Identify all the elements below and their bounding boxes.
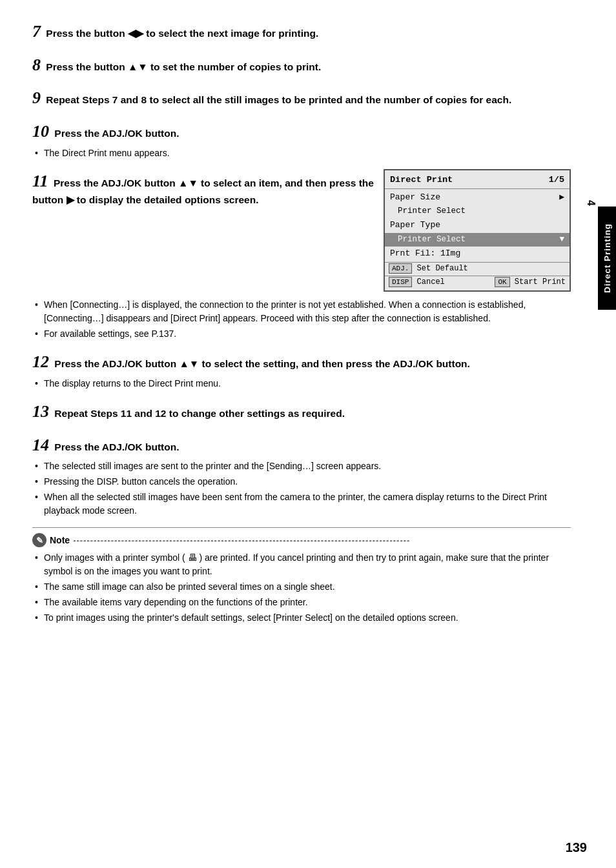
lcd-row-4-label: Printer Select	[398, 234, 466, 246]
step-14-text: Press the ADJ./OK button.	[54, 441, 179, 452]
step-13-header: 13 Repeat Steps 11 and 12 to change othe…	[32, 399, 571, 424]
step-9-header: 9 Repeat Steps 7 and 8 to select all the…	[32, 86, 571, 110]
step-14-bullets: The selected still images are sent to th…	[32, 459, 571, 518]
lcd-disp-btn: DISP	[389, 277, 412, 287]
lcd-cancel-area: DISP Cancel	[389, 278, 445, 287]
step-7-header: 7 Press the button ◀▶ to select the next…	[32, 19, 571, 44]
step-8: 8 Press the button ▲▼ to set the number …	[32, 53, 571, 77]
step-12-header: 12 Press the ADJ./OK button ▲▼ to select…	[32, 350, 571, 374]
page-number: 139	[566, 840, 587, 855]
note-bullets: Only images with a printer symbol ( 🖶 ) …	[32, 551, 571, 625]
lcd-adj-area: ADJ. Set Default	[389, 264, 468, 273]
step-12: 12 Press the ADJ./OK button ▲▼ to select…	[32, 350, 571, 390]
step-13: 13 Repeat Steps 11 and 12 to change othe…	[32, 399, 571, 424]
step-14-bullet-3: When all the selected still images have …	[44, 490, 571, 518]
lcd-title: Direct Print	[390, 174, 453, 187]
lcd-ok-label: Start Print	[515, 278, 566, 287]
lcd-row-5-label: Prnt Fil: 1Img	[390, 248, 460, 259]
lcd-row-3: Paper Type	[385, 218, 570, 232]
step-11-container: 11 Press the ADJ./OK button ▲▼ to select…	[32, 169, 571, 292]
lcd-screen-container: Direct Print 1/5 Paper Size ▶ Printer Se…	[384, 169, 571, 292]
lcd-bottom-bar: ADJ. Set Default	[385, 262, 570, 274]
step-11-bullet-2: For available settings, see P.137.	[44, 327, 571, 341]
step-12-num: 12	[32, 352, 49, 371]
lcd-cancel-label: Cancel	[417, 278, 445, 287]
lcd-page: 1/5	[549, 174, 564, 187]
lcd-row-3-label: Paper Type	[390, 219, 440, 231]
step-8-header: 8 Press the button ▲▼ to set the number …	[32, 53, 571, 77]
step-11-text-area: 11 Press the ADJ./OK button ▲▼ to select…	[32, 169, 374, 210]
sidebar-tab: Direct Printing	[598, 207, 616, 310]
step-7-text: Press the button ◀▶ to select the next i…	[46, 28, 318, 39]
note-label: Note	[50, 535, 70, 545]
step-7-num: 7	[32, 22, 41, 41]
note-icon: ✎	[32, 533, 46, 547]
note-dashes: ----------------------------------------…	[73, 536, 571, 545]
note-header: ✎ Note ---------------------------------…	[32, 533, 571, 547]
lcd-row-1: Paper Size ▶	[385, 190, 570, 205]
lcd-adj-btn: ADJ.	[389, 263, 412, 274]
step-10-bullets: The Direct Print menu appears.	[32, 146, 571, 160]
chapter-number: 4	[585, 200, 597, 206]
lcd-ok-area: OK Start Print	[495, 278, 566, 287]
step-11-header: 11 Press the ADJ./OK button ▲▼ to select…	[32, 169, 374, 208]
step-12-text: Press the ADJ./OK button ▲▼ to select th…	[54, 358, 470, 369]
lcd-ok-btn: OK	[495, 277, 509, 287]
step-14-bullet-1: The selected still images are sent to th…	[44, 459, 571, 473]
step-13-num: 13	[32, 402, 49, 421]
step-11-num: 11	[32, 172, 48, 190]
lcd-title-row: Direct Print 1/5	[385, 173, 570, 189]
lcd-row-2-label: Printer Select	[398, 206, 466, 217]
lcd-row-4-indicator: ▼	[559, 234, 564, 246]
lcd-row-4: Printer Select ▼	[385, 233, 570, 247]
step-14-header: 14 Press the ADJ./OK button.	[32, 433, 571, 458]
step-14: 14 Press the ADJ./OK button. The selecte…	[32, 433, 571, 518]
step-11: 11 Press the ADJ./OK button ▲▼ to select…	[32, 169, 571, 341]
note-bullet-3: The available items vary depending on th…	[44, 596, 571, 609]
note-bullet-4: To print images using the printer's defa…	[44, 611, 571, 625]
step-8-text: Press the button ▲▼ to set the number of…	[46, 61, 321, 72]
lcd-row-1-arrow: ▶	[559, 192, 564, 203]
step-12-bullet-1: The display returns to the Direct Print …	[44, 377, 571, 390]
step-14-num: 14	[32, 436, 49, 454]
step-10-num: 10	[32, 122, 49, 141]
step-9-text: Repeat Steps 7 and 8 to select all the s…	[46, 94, 511, 105]
lcd-row-2: Printer Select	[385, 205, 570, 219]
page-container: 7 Press the button ◀▶ to select the next…	[0, 0, 616, 868]
lcd-row-1-label: Paper Size	[390, 192, 440, 203]
step-10: 10 Press the ADJ./OK button. The Direct …	[32, 119, 571, 160]
step-10-text: Press the ADJ./OK button.	[54, 128, 179, 139]
step-14-bullet-2: Pressing the DISP. button cancels the op…	[44, 475, 571, 489]
step-12-bullets: The display returns to the Direct Print …	[32, 377, 571, 390]
note-bullet-1: Only images with a printer symbol ( 🖶 ) …	[44, 551, 571, 578]
step-13-text: Repeat Steps 11 and 12 to change other s…	[54, 408, 345, 419]
step-11-bullet-1: When [Connecting…] is displayed, the con…	[44, 298, 571, 325]
step-10-bullet-1: The Direct Print menu appears.	[44, 146, 571, 160]
step-7: 7 Press the button ◀▶ to select the next…	[32, 19, 571, 44]
step-9: 9 Repeat Steps 7 and 8 to select all the…	[32, 86, 571, 110]
content-area: 7 Press the button ◀▶ to select the next…	[32, 19, 603, 625]
step-9-num: 9	[32, 88, 41, 107]
step-10-header: 10 Press the ADJ./OK button.	[32, 119, 571, 144]
step-11-bullets: When [Connecting…] is displayed, the con…	[32, 298, 571, 341]
step-11-text: Press the ADJ./OK button ▲▼ to select an…	[32, 177, 374, 206]
step-8-num: 8	[32, 56, 41, 74]
lcd-row-5: Prnt Fil: 1Img	[385, 247, 570, 261]
lcd-screen: Direct Print 1/5 Paper Size ▶ Printer Se…	[384, 169, 571, 292]
lcd-adj-label: Set Default	[417, 264, 468, 273]
note-bullet-2: The same still image can also be printed…	[44, 580, 571, 594]
lcd-ok-cancel-bar: DISP Cancel OK Start Print	[385, 276, 570, 288]
note-section: ✎ Note ---------------------------------…	[32, 527, 571, 625]
